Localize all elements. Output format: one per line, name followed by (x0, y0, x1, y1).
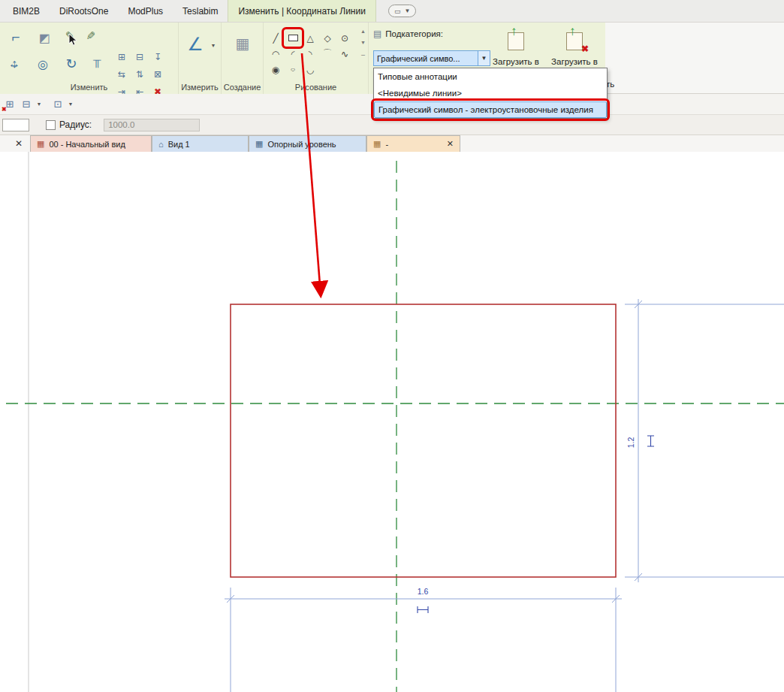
create-group-icon[interactable]: ▦ (231, 30, 255, 57)
view-3d-icon: ⌂ (158, 140, 164, 149)
options-input[interactable] (2, 119, 29, 131)
draw-ellipse-icon[interactable]: ○ (285, 65, 301, 75)
cut-geometry-icon[interactable]: ◩ (32, 27, 57, 48)
view-tab-view1[interactable]: ⌂ Вид 1 (152, 135, 249, 152)
close-x-glyph: ✖ (581, 44, 589, 54)
view-tab-label: - (385, 140, 388, 149)
up-arrow-glyph: ↑ (569, 24, 576, 39)
cope-icon[interactable]: ⌐ (3, 27, 29, 48)
panel-label-create[interactable]: Создание (222, 83, 263, 92)
scroll-down-icon[interactable]: ▼ (360, 40, 366, 45)
mirror-pick-icon[interactable]: ⊟ (131, 48, 149, 65)
close-tab-icon[interactable]: ✕ (447, 139, 454, 149)
chevron-down-icon[interactable]: ▼ (67, 101, 74, 107)
subcategory-option[interactable]: <Невидимые линии> (374, 85, 607, 101)
rectangle-glyph (288, 35, 298, 41)
dimension-value-vertical[interactable]: 1.2 (626, 437, 635, 449)
subcategory-select[interactable]: Графический симво... ▼ (373, 50, 490, 66)
mirror-axis-icon[interactable]: ⊞ (113, 48, 131, 65)
draw-rectangle-icon[interactable] (285, 30, 301, 46)
sketched-rectangle[interactable] (231, 304, 616, 577)
panel-measure: ∠ ▼ Измерить (179, 23, 222, 94)
move-vertical-glyph: ↕ (11, 57, 17, 71)
tab-modplus[interactable]: ModPlus (118, 0, 173, 22)
revit-window: BIM2B DiRootsOne ModPlus Teslabim Измени… (0, 0, 784, 692)
join-geometry-icon[interactable]: ✎ (60, 26, 80, 46)
subcategory-icon: ▤ (373, 29, 381, 39)
chevron-down-icon[interactable]: ▼ (35, 101, 43, 107)
subcategory-header: ▤ Подкатегория: (373, 29, 443, 39)
subcategory-option-selected[interactable]: Графический символ - электроустановочные… (374, 101, 607, 118)
panel-label-draw[interactable]: Рисование (264, 83, 368, 92)
measure-chevron-icon[interactable]: ▼ (209, 41, 218, 50)
copy-icon[interactable]: ◎ (30, 53, 56, 75)
ribbon-tab-bar: BIM2B DiRootsOne ModPlus Teslabim Измени… (0, 0, 784, 23)
thin-lines-icon[interactable]: ⊡ (50, 97, 65, 112)
ribbon-display-toggle[interactable]: ▭ ▼ (388, 5, 416, 17)
close-hidden-windows-icon[interactable]: ⊞✖ (2, 97, 17, 112)
red-x-badge: ✖ (2, 106, 7, 113)
draw-arc-start-end-icon[interactable]: ◠ (267, 46, 284, 62)
radius-checkbox[interactable] (46, 120, 56, 130)
dimension-group (225, 299, 784, 692)
pin-icon[interactable]: ↧ (149, 48, 167, 65)
panel-draw: ╱ △ ◇ ⊙ ◠ ◜ ◝ ⌒ ∿ ◉ ○ ◡ ▲ ▼ – Рисование (264, 23, 369, 94)
subcategory-label: Подкатегория: (385, 29, 443, 38)
align-icon[interactable]: ⊨ (86, 53, 108, 75)
trim-icon[interactable]: ⇅ (131, 65, 149, 83)
panel-label-modify[interactable]: Изменить (0, 83, 178, 92)
draw-fillet-arc-icon[interactable]: ⌒ (319, 46, 336, 62)
unjoin-geometry-icon[interactable]: ✎ (81, 26, 101, 46)
draw-arc-center-icon[interactable]: ◜ (285, 46, 301, 62)
measure-icon[interactable]: ∠ (183, 32, 207, 57)
drawing-area[interactable]: 1.2 1.6 (0, 152, 784, 692)
scroll-up-icon[interactable]: ▲ (360, 29, 366, 34)
ribbon-cycle-icon: ▭ (394, 8, 401, 15)
dim-text-grip-vertical[interactable] (647, 436, 654, 446)
panel-create: ▦ Создание (222, 23, 264, 94)
modify-small-tools: ⊞ ⊟ ↧ ⇆ ⇅ ⊠ ⇥ ⇤ ✖ (113, 48, 167, 100)
up-arrow-glyph: ↑ (511, 24, 517, 39)
draw-tools-grid: ╱ △ ◇ ⊙ ◠ ◜ ◝ ⌒ ∿ ◉ ○ ◡ (267, 30, 354, 77)
array-icon[interactable]: ⇆ (113, 65, 131, 83)
load-into-project-close-label: Загрузить в (551, 57, 598, 66)
load-into-project-label: Загрузить в (493, 57, 539, 66)
draw-spline-icon[interactable]: ∿ (336, 46, 353, 62)
scale-icon[interactable]: ⊠ (149, 65, 167, 83)
draw-polygon-inscribed-icon[interactable]: △ (302, 30, 318, 46)
draw-polygon-circumscribed-icon[interactable]: ◇ (319, 30, 336, 46)
sheet-view-icon: ▦ (37, 139, 44, 149)
view-tab-start-view[interactable]: ▦ 00 - Начальный вид (30, 135, 152, 152)
rotate-icon[interactable]: ↻ (59, 53, 84, 75)
dim-text-grip-horizontal[interactable] (418, 606, 428, 613)
subcategory-dropdown-list: Типовые аннотации <Невидимые линии> Граф… (373, 68, 608, 119)
radius-value-field[interactable]: 1000.0 (104, 119, 200, 131)
draw-circle-icon[interactable]: ⊙ (336, 30, 353, 46)
draw-line-icon[interactable]: ╱ (267, 30, 284, 46)
tab-teslabim[interactable]: Teslabim (173, 0, 228, 22)
panel-modify: ⌐ ◩ ✎ ✎ ↔ ↕ ◎ ↻ ⊨ ⊞ ⊟ ↧ ⇆ ⇅ ⊠ ⇥ ⇤ ✖ Изме… (0, 23, 179, 94)
load-into-project-close-icon: ↑ ✖ (561, 26, 588, 54)
tab-dirootsone[interactable]: DiRootsOne (50, 0, 118, 22)
move-icon[interactable]: ↔ ↕ (2, 53, 27, 75)
tile-windows-icon[interactable]: ⊟ (19, 97, 34, 112)
dimension-value-horizontal[interactable]: 1.6 (418, 587, 429, 596)
load-into-project-icon: ↑ (502, 26, 529, 54)
view-tab-label: Вид 1 (168, 140, 190, 149)
view-tab-label: 00 - Начальный вид (49, 140, 125, 149)
draw-partial-ellipse-icon[interactable]: ◡ (302, 62, 318, 77)
tab-modify-coordinates-lines[interactable]: Изменить | Координаты Линии (228, 0, 375, 22)
draw-pick-lines-icon[interactable]: ◉ (267, 62, 284, 77)
tab-bim2b[interactable]: BIM2B (3, 0, 50, 22)
panel-label-measure[interactable]: Измерить (179, 83, 221, 92)
draw-arc-tangent-icon[interactable]: ◝ (302, 46, 318, 62)
view-tab-active[interactable]: ▦ - ✕ (366, 135, 460, 152)
view-tab-label: Опорный уровень (267, 140, 336, 149)
drawing-svg: 1.2 1.6 (0, 152, 784, 692)
dimension-grips (418, 436, 654, 613)
view-tab-ref-level[interactable]: ▦ Опорный уровень (249, 135, 366, 152)
sheet-view-icon: ▦ (373, 139, 381, 149)
subcategory-option[interactable]: Типовые аннотации (374, 68, 607, 85)
chevron-down-icon: ▼ (404, 8, 410, 14)
close-view-icon[interactable]: ✕ (13, 137, 25, 150)
